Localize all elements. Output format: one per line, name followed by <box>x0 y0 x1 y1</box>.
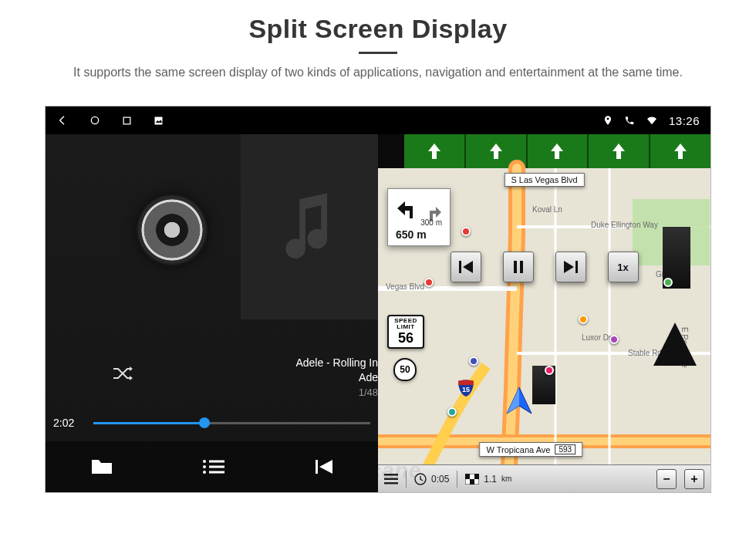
road-label: Duke Ellington Way <box>591 221 658 229</box>
destination-flag-icon <box>465 474 479 485</box>
music-note-icon <box>279 191 339 262</box>
svg-rect-1 <box>123 117 130 124</box>
track-title: Adele - Rolling In <box>295 356 378 371</box>
svg-marker-12 <box>319 460 332 474</box>
road-label: Vegas Blvd <box>386 282 424 291</box>
gps-cursor-icon <box>504 386 535 417</box>
nav-menu-button[interactable] <box>384 474 398 485</box>
page-description: It supports the same screen display of t… <box>42 63 714 82</box>
map-pin[interactable] <box>545 366 554 375</box>
svg-rect-8 <box>209 466 224 468</box>
navigation-panel: Koval Ln Duke Ellington Way Giles St Veg… <box>378 134 710 492</box>
eta-value: 0:05 <box>431 474 449 485</box>
zoom-out-button[interactable]: − <box>656 469 677 489</box>
svg-point-9 <box>203 471 206 474</box>
location-icon <box>602 115 613 126</box>
svg-point-5 <box>203 460 206 463</box>
zoom-in-button[interactable]: + <box>684 469 704 489</box>
svg-rect-2 <box>155 117 163 124</box>
svg-rect-30 <box>520 261 523 273</box>
nav-pause-button[interactable] <box>503 252 534 282</box>
music-panel: Adele - Rolling In Ade 1/48 2:02 <box>46 134 378 492</box>
svg-point-0 <box>91 117 98 123</box>
previous-button[interactable] <box>314 457 334 477</box>
title-underline <box>359 52 397 54</box>
cd-disc-icon <box>138 196 206 264</box>
clock-icon <box>414 473 427 485</box>
svg-rect-10 <box>209 471 224 474</box>
speed-limit-sign: SPEED LIMIT 56 <box>387 315 424 349</box>
street-sign-bottom: W Tropicana Ave <box>486 445 550 454</box>
route-shield: 50 <box>393 358 417 381</box>
map-pin[interactable] <box>447 407 457 417</box>
svg-rect-37 <box>384 482 398 485</box>
svg-rect-11 <box>316 460 318 474</box>
recents-icon[interactable] <box>121 115 133 127</box>
svg-marker-28 <box>463 261 473 273</box>
next-turn-distance: 300 m <box>420 218 442 227</box>
svg-marker-31 <box>564 261 574 273</box>
street-number-badge: 593 <box>555 444 575 454</box>
nav-bottom-bar: 0:05 1.1 km − + <box>378 464 710 492</box>
map-pin[interactable] <box>469 356 478 366</box>
road-label: Luxor Dr <box>582 333 611 342</box>
turn-left-icon <box>396 195 422 221</box>
page-title: Split Screen Display <box>0 14 756 44</box>
map-pin[interactable] <box>461 227 471 236</box>
remaining-distance: 1.1 <box>484 474 497 485</box>
nav-prev-button[interactable] <box>451 252 481 282</box>
back-icon[interactable] <box>56 114 69 127</box>
seek-fill <box>93 422 204 424</box>
svg-text:15: 15 <box>462 386 470 393</box>
interstate-shield-icon: 15 <box>457 378 475 397</box>
home-icon[interactable] <box>89 114 101 127</box>
nav-speed-button[interactable]: 1x <box>608 252 639 282</box>
pyramid-icon <box>653 323 697 366</box>
svg-rect-40 <box>465 474 470 479</box>
street-sign-top: S Las Vegas Blvd <box>511 175 577 184</box>
seek-knob[interactable] <box>199 417 210 428</box>
svg-rect-35 <box>384 474 398 476</box>
device-frame: 13:26 Ade <box>46 106 710 492</box>
album-art-placeholder <box>241 134 378 319</box>
track-artist: Ade <box>295 370 378 386</box>
picture-icon[interactable] <box>153 115 164 127</box>
distance-unit: km <box>501 475 511 483</box>
svg-rect-32 <box>575 261 578 273</box>
svg-rect-42 <box>470 479 474 485</box>
phone-icon <box>624 115 635 126</box>
clock: 13:26 <box>669 114 700 127</box>
android-statusbar: 13:26 <box>46 106 710 134</box>
map-pin[interactable] <box>663 278 673 287</box>
map-pin[interactable] <box>579 315 588 324</box>
map-pin[interactable] <box>609 335 619 344</box>
svg-rect-6 <box>209 461 224 463</box>
map-pin[interactable] <box>424 278 434 287</box>
seek-bar[interactable] <box>93 422 370 424</box>
turn-instruction-panel: 300 m 650 m <box>387 188 451 246</box>
main-turn-distance: 650 m <box>396 228 427 241</box>
wifi-icon <box>646 115 658 126</box>
svg-rect-27 <box>459 261 461 273</box>
folder-button[interactable] <box>90 457 113 477</box>
svg-point-7 <box>203 465 206 468</box>
svg-rect-41 <box>474 474 479 479</box>
nav-next-button[interactable] <box>555 252 586 282</box>
shuffle-button[interactable] <box>112 364 135 386</box>
road-label: Koval Ln <box>532 205 562 214</box>
track-index: 1/48 <box>295 386 378 400</box>
svg-rect-29 <box>514 261 517 273</box>
svg-rect-36 <box>384 478 398 480</box>
elapsed-time: 2:02 <box>53 417 86 429</box>
playlist-button[interactable] <box>202 458 225 475</box>
